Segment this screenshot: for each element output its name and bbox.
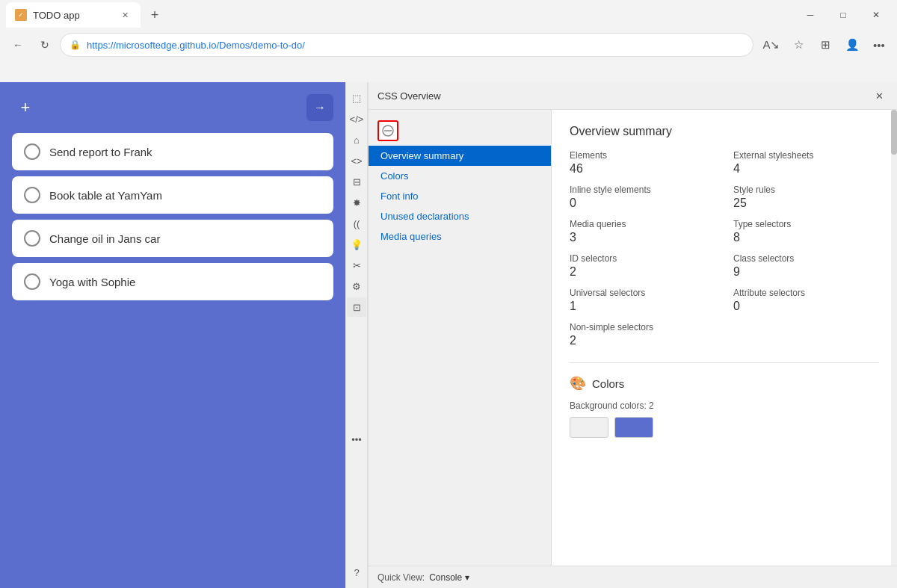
address-bar[interactable]: 🔒 https://microsoftedge.github.io/Demos/… <box>60 33 753 57</box>
css-overview-body: Overview summary Colors Font info Unused… <box>369 110 897 566</box>
read-aloud-icon[interactable]: A↘ <box>759 33 783 57</box>
color-swatch-light[interactable] <box>570 417 608 438</box>
css-divider <box>570 362 879 363</box>
quick-view-select[interactable]: Console ▾ <box>429 572 469 583</box>
stat-id-selectors: ID selectors 2 <box>570 253 715 279</box>
devtools-icon-application[interactable]: 💡 <box>347 235 366 254</box>
stat-class-value: 9 <box>733 265 879 279</box>
browser-tab[interactable]: ✓ TODO app ✕ <box>6 2 141 28</box>
stat-inline-style: Inline style elements 0 <box>570 185 715 210</box>
css-nav-capture-area <box>369 116 551 146</box>
css-nav: Overview summary Colors Font info Unused… <box>369 110 552 566</box>
tab-close-button[interactable]: ✕ <box>118 8 132 22</box>
collections-icon[interactable]: ⊞ <box>813 33 837 57</box>
devtools-icon-console[interactable]: </> <box>347 109 366 129</box>
scrollbar[interactable] <box>891 110 897 566</box>
css-overview-content: Overview summary Elements 46 External st… <box>552 110 897 566</box>
quick-view-selected: Console <box>429 572 462 583</box>
minimize-button[interactable]: ─ <box>795 4 825 25</box>
capture-button[interactable] <box>377 120 398 141</box>
todo-header: + → <box>12 94 333 121</box>
todo-item[interactable]: Send report to Frank <box>12 133 333 170</box>
stat-external-label: External stylesheets <box>733 150 879 161</box>
todo-item-text: Send report to Frank <box>49 146 152 158</box>
devtools-icon-performance[interactable]: ✸ <box>347 193 366 212</box>
stat-universal-selectors: Universal selectors 1 <box>570 288 715 313</box>
stat-id-value: 2 <box>570 265 715 279</box>
css-nav-item-font-info[interactable]: Font info <box>369 186 551 206</box>
toolbar-icons: A↘ ☆ ⊞ 👤 ••• <box>759 33 891 57</box>
stat-nonsimple-label: Non-simple selectors <box>570 322 715 332</box>
color-swatch-blue[interactable] <box>614 417 653 438</box>
devtools-sidebar: ⬚ </> ⌂ <> ⊟ ✸ (( 💡 ✂ ⚙ ⊡ ••• ? <box>345 82 368 588</box>
stat-universal-label: Universal selectors <box>570 288 715 298</box>
quick-view-bar: Quick View: Console ▾ <box>369 566 897 588</box>
css-overview-panel: CSS Overview ✕ Overview summary Colors F… <box>368 82 897 588</box>
tab-title: TODO app <box>33 10 112 21</box>
stat-type-label: Type selectors <box>733 219 879 229</box>
todo-item[interactable]: Yoga with Sophie <box>12 263 333 300</box>
url-display: https://microsoftedge.github.io/Demos/de… <box>87 40 744 51</box>
stat-type-selectors: Type selectors 8 <box>733 219 879 244</box>
back-button[interactable]: ← <box>6 33 30 57</box>
quick-view-dropdown-icon: ▾ <box>465 572 469 583</box>
devtools-icon-security[interactable]: ✂ <box>347 256 366 275</box>
todo-item[interactable]: Book table at YamYam <box>12 176 333 214</box>
stat-rules-value: 25 <box>733 196 879 210</box>
css-stats-grid: Elements 46 External stylesheets 4 Inlin… <box>570 150 879 347</box>
devtools-icon-memory[interactable]: (( <box>347 214 366 233</box>
stat-rules-label: Style rules <box>733 185 879 195</box>
todo-item[interactable]: Change oil in Jans car <box>12 220 333 257</box>
todo-checkbox[interactable] <box>24 230 40 247</box>
devtools-icon-help[interactable]: ? <box>347 563 366 582</box>
stat-media-value: 3 <box>570 231 715 244</box>
stat-non-simple-selectors: Non-simple selectors 2 <box>570 322 715 347</box>
reload-button[interactable]: ↻ <box>33 33 57 57</box>
todo-go-button[interactable]: → <box>306 94 333 121</box>
devtools-icon-network[interactable]: ⊟ <box>347 172 366 191</box>
stat-external-value: 4 <box>733 162 879 176</box>
new-tab-button[interactable]: + <box>144 4 166 26</box>
color-swatches <box>570 417 879 438</box>
stat-elements-value: 46 <box>570 162 715 176</box>
scrollbar-thumb[interactable] <box>891 110 897 155</box>
devtools-icon-more[interactable]: ••• <box>347 430 366 450</box>
stat-class-selectors: Class selectors 9 <box>733 253 879 279</box>
navigation-bar: ← ↻ 🔒 https://microsoftedge.github.io/De… <box>0 30 897 60</box>
css-nav-item-media-queries[interactable]: Media queries <box>369 226 551 247</box>
stat-media-queries: Media queries 3 <box>570 219 715 244</box>
todo-panel: + → Send report to Frank Book table at Y… <box>0 82 345 588</box>
css-nav-item-unused-declarations[interactable]: Unused declarations <box>369 206 551 226</box>
overview-summary-title: Overview summary <box>570 125 879 138</box>
profile-icon[interactable]: 👤 <box>840 33 864 57</box>
stat-style-rules: Style rules 25 <box>733 185 879 210</box>
devtools-icon-inspect[interactable]: ⬚ <box>347 88 366 108</box>
css-nav-item-overview-summary[interactable]: Overview summary <box>369 146 551 166</box>
todo-checkbox[interactable] <box>24 273 40 290</box>
maximize-button[interactable]: □ <box>828 4 858 25</box>
devtools-icon-elements[interactable]: ⌂ <box>347 130 366 149</box>
todo-checkbox[interactable] <box>24 143 40 160</box>
more-options-icon[interactable]: ••• <box>867 33 891 57</box>
stat-elements: Elements 46 <box>570 150 715 176</box>
stat-type-value: 8 <box>733 231 879 244</box>
css-nav-item-colors[interactable]: Colors <box>369 166 551 186</box>
close-window-button[interactable]: ✕ <box>861 4 891 25</box>
todo-item-text: Change oil in Jans car <box>49 232 160 245</box>
palette-icon: 🎨 <box>570 375 586 392</box>
background-colors-label: Background colors: 2 <box>570 400 879 411</box>
devtools-icon-sources[interactable]: <> <box>347 151 366 170</box>
stat-universal-value: 1 <box>570 300 715 313</box>
css-overview-close-button[interactable]: ✕ <box>870 87 888 105</box>
stat-nonsimple-value: 2 <box>570 334 715 347</box>
todo-add-button[interactable]: + <box>12 94 39 121</box>
devtools-icon-css-overview[interactable]: ⊡ <box>347 297 366 317</box>
devtools-icon-settings[interactable]: ⚙ <box>347 276 366 296</box>
tab-favicon: ✓ <box>15 9 27 21</box>
todo-item-text: Yoga with Sophie <box>49 276 135 288</box>
browser-chrome: ✓ TODO app ✕ + ─ □ ✕ ← ↻ 🔒 https://micro… <box>0 0 897 82</box>
colors-section: 🎨 Colors Background colors: 2 <box>570 375 879 438</box>
todo-checkbox[interactable] <box>24 187 40 203</box>
main-area: + → Send report to Frank Book table at Y… <box>0 82 897 588</box>
favorites-icon[interactable]: ☆ <box>786 33 810 57</box>
